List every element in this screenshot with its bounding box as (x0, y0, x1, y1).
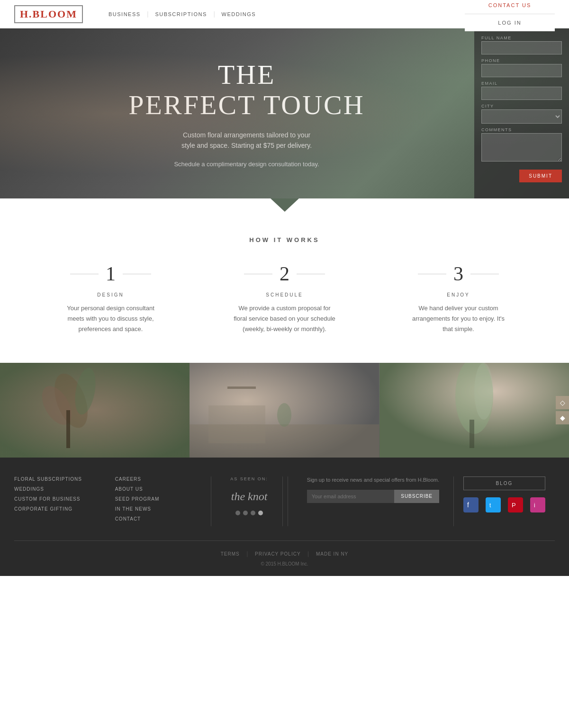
footer: FLORAL SUBSCRIPTIONS WEDDINGS CUSTOM FOR… (0, 458, 569, 576)
svg-rect-7 (208, 405, 265, 443)
svg-point-12 (474, 363, 493, 420)
footer-link-custom-business[interactable]: CUSTOM FOR BUSINESS (14, 496, 96, 502)
hero-overlay (0, 28, 569, 199)
facebook-icon[interactable]: f (463, 497, 479, 512)
made-in-ny-link[interactable]: MADE IN NY (316, 551, 348, 557)
footer-col-1: FLORAL SUBSCRIPTIONS WEDDINGS CUSTOM FOR… (14, 476, 106, 526)
step-1-number: 1 (106, 262, 116, 285)
footer-col-2: CAREERS ABOUT US SEED PROGRAM IN THE NEW… (106, 476, 207, 526)
step-2-line-left (244, 274, 272, 274)
dot-4[interactable] (258, 511, 263, 515)
newsletter-text: Sign up to receive news and special offe… (307, 476, 439, 484)
step-2: 2 SCHEDULE We provide a custom proposal … (202, 262, 367, 334)
step-1: 1 DESIGN Your personal design consultant… (28, 262, 193, 334)
footer-top: FLORAL SUBSCRIPTIONS WEDDINGS CUSTOM FOR… (14, 476, 555, 541)
footer-bottom: TERMS | PRIVACY POLICY | MADE IN NY © 20… (14, 541, 555, 566)
footer-link-corporate[interactable]: CORPORATE GIFTING (14, 506, 96, 512)
step-3-desc: We hand deliver your custom arrangements… (406, 303, 511, 334)
nav-business[interactable]: BUSINESS (102, 11, 147, 17)
step-3-name: ENJOY (376, 292, 541, 297)
contact-us-button[interactable]: CONTACT US (465, 0, 555, 14)
svg-rect-4 (66, 410, 70, 448)
gallery-image-3 (379, 363, 569, 458)
pinterest-icon[interactable]: P (508, 497, 523, 512)
dot-indicators (230, 511, 268, 515)
header-right: CONTACT US LOG IN (465, 0, 555, 31)
footer-link-contact[interactable]: CONTACT (115, 516, 197, 521)
step-3-line-right (470, 274, 499, 274)
hero-section: THE PERFECT TOUCH Custom floral arrangem… (0, 28, 569, 199)
footer-link-news[interactable]: IN THE NEWS (115, 506, 197, 512)
gallery-section: ◇ ◆ (0, 363, 569, 458)
as-seen-label: AS SEEN ON: (230, 476, 268, 481)
logo[interactable]: H.BLOOM (14, 5, 83, 23)
step-2-number-row: 2 (202, 262, 367, 285)
as-seen-on: AS SEEN ON: the knot (216, 476, 283, 526)
footer-link-weddings[interactable]: WEDDINGS (14, 486, 96, 492)
gallery-svg-3 (379, 363, 569, 458)
how-it-works-title: HOW IT WORKS (28, 236, 541, 243)
gallery-image-1 (0, 363, 190, 458)
step-1-line-left (70, 274, 99, 274)
step-1-number-row: 1 (28, 262, 193, 285)
dot-1[interactable] (235, 511, 240, 515)
svg-rect-8 (227, 386, 256, 389)
the-knot-logo: the knot (230, 488, 268, 503)
footer-link-floral-subscriptions[interactable]: FLORAL SUBSCRIPTIONS (14, 476, 96, 482)
footer-divider-1 (211, 476, 211, 526)
gallery-images (0, 363, 569, 458)
footer-bottom-links: TERMS | PRIVACY POLICY | MADE IN NY (14, 550, 555, 557)
svg-point-9 (277, 403, 291, 427)
gallery-image-2 (190, 363, 379, 458)
newsletter-form: SUBSCRIBE (307, 490, 439, 503)
footer-divider-2 (288, 476, 288, 526)
newsletter-section: Sign up to receive news and special offe… (293, 476, 454, 526)
footer-sep-2: | (308, 550, 309, 557)
social-section: BLOG f t P i (454, 476, 555, 526)
header: H.BLOOM BUSINESS | SUBSCRIPTIONS | WEDDI… (0, 0, 569, 28)
footer-copyright: © 2015 H.BLOOM Inc. (14, 561, 555, 566)
footer-sep-1: | (247, 550, 248, 557)
logo-text: H.BLOOM (20, 8, 77, 20)
footer-link-about[interactable]: ABOUT US (115, 486, 197, 492)
svg-text:f: f (467, 501, 469, 509)
terms-link[interactable]: TERMS (221, 551, 240, 557)
blog-button[interactable]: BLOG (463, 476, 545, 490)
dot-3[interactable] (251, 511, 255, 515)
step-1-name: DESIGN (28, 292, 193, 297)
newsletter-email-input[interactable] (307, 490, 394, 503)
login-button[interactable]: LOG IN (465, 14, 555, 31)
social-icons: f t P i (463, 497, 545, 512)
twitter-icon[interactable]: t (486, 497, 501, 512)
gallery-svg-2 (190, 363, 379, 458)
footer-link-seed[interactable]: SEED PROGRAM (115, 496, 197, 502)
step-3-line-left (418, 274, 446, 274)
svg-rect-13 (470, 420, 474, 448)
svg-text:t: t (489, 502, 491, 509)
arrow-divider (0, 198, 569, 213)
svg-text:i: i (534, 502, 535, 509)
dot-2[interactable] (243, 511, 248, 515)
main-nav: BUSINESS | SUBSCRIPTIONS | WEDDINGS (102, 10, 262, 18)
step-2-line-right (297, 274, 325, 274)
step-3-number-row: 3 (376, 262, 541, 285)
step-2-number: 2 (280, 262, 289, 285)
step-2-name: SCHEDULE (202, 292, 367, 297)
instagram-icon[interactable]: i (530, 497, 545, 512)
step-3-number: 3 (453, 262, 463, 285)
step-1-desc: Your personal design consultant meets wi… (59, 303, 163, 334)
nav-subscriptions[interactable]: SUBSCRIPTIONS (148, 11, 213, 17)
footer-link-careers[interactable]: CAREERS (115, 476, 197, 482)
gallery-prev-button[interactable]: ◇ (556, 396, 569, 409)
step-1-line-right (123, 274, 151, 274)
gallery-next-button[interactable]: ◆ (556, 411, 569, 424)
gallery-svg-1 (0, 363, 190, 458)
step-3: 3 ENJOY We hand deliver your custom arra… (376, 262, 541, 334)
privacy-link[interactable]: PRIVACY POLICY (255, 551, 300, 557)
nav-weddings[interactable]: WEDDINGS (215, 11, 263, 17)
step-2-desc: We provide a custom proposal for floral … (233, 303, 337, 334)
svg-text:P: P (512, 502, 516, 509)
subscribe-button[interactable]: SUBSCRIBE (394, 490, 439, 503)
steps-container: 1 DESIGN Your personal design consultant… (28, 262, 541, 334)
gallery-nav: ◇ ◆ (556, 363, 569, 458)
